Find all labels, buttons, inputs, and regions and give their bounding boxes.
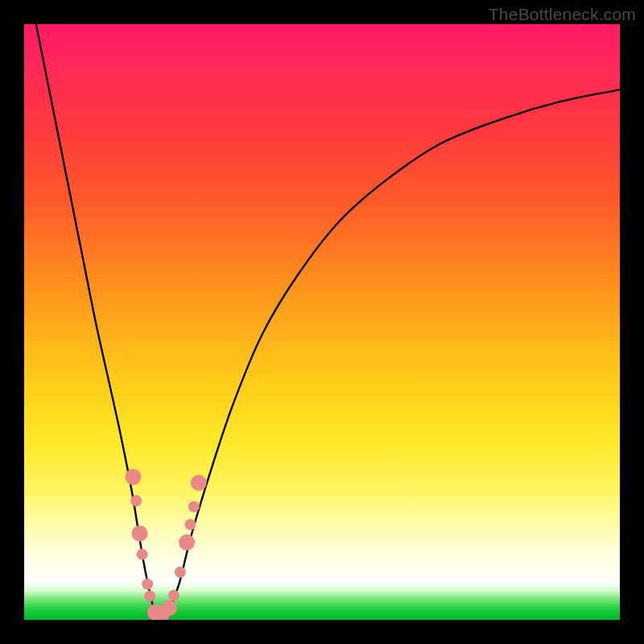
watermark-label: TheBottleneck.com	[489, 5, 636, 24]
plot-area	[24, 24, 620, 620]
highlight-dot	[137, 549, 148, 560]
chart-frame: TheBottleneck.com	[0, 0, 644, 644]
highlight-markers	[125, 469, 206, 620]
highlight-dot	[142, 579, 153, 590]
highlight-dot	[144, 590, 155, 601]
highlight-dot	[191, 475, 207, 491]
bottleneck-curve	[36, 24, 620, 620]
highlight-dot	[175, 567, 186, 578]
highlight-dot	[130, 495, 142, 506]
highlight-dot	[168, 590, 180, 601]
highlight-dot	[132, 526, 148, 542]
highlight-dot	[161, 600, 177, 616]
highlight-dot	[179, 535, 195, 551]
highlight-dot	[184, 519, 196, 530]
highlight-dot	[125, 469, 141, 485]
curve-layer	[24, 24, 620, 620]
highlight-dot	[188, 501, 200, 512]
